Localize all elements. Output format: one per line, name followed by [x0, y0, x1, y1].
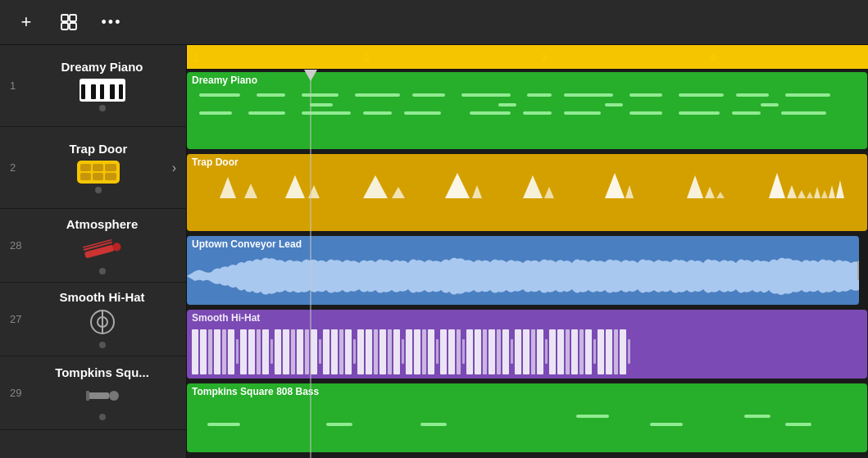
- svg-marker-15: [244, 184, 257, 198]
- svg-marker-32: [807, 192, 813, 198]
- track-info-27: Smooth Hi-Hat: [28, 283, 176, 355]
- track-info-1: Dreamy Piano: [28, 53, 176, 118]
- track-dot-1: [99, 105, 106, 111]
- svg-marker-14: [220, 177, 236, 198]
- track-info-2: Trap Door: [28, 135, 169, 200]
- svg-marker-24: [605, 173, 625, 198]
- timeline-area: 1 2 3 4 Dreamy Piano: [187, 45, 868, 458]
- region-label-hihat: Smooth Hi-Hat: [187, 310, 265, 326]
- main-content: 1 Dreamy Piano: [0, 45, 868, 458]
- svg-marker-20: [445, 173, 470, 198]
- track-info-29: Tompkins Squ...: [28, 359, 176, 427]
- track-dot-28: [99, 268, 106, 274]
- track-name-28: Atmosphere: [66, 217, 139, 231]
- region-row-29: Tompkins Square 808 Bass: [187, 381, 868, 455]
- region-extend-atmosphere[interactable]: [857, 261, 859, 280]
- region-trap-door[interactable]: Trap Door: [187, 154, 867, 231]
- svg-rect-0: [61, 15, 68, 21]
- region-atmosphere[interactable]: Uptown Conveyor Lead // Will be rendered…: [187, 236, 859, 305]
- track-info-28: Atmosphere: [28, 211, 176, 281]
- region-dreamy-piano[interactable]: Dreamy Piano: [187, 72, 867, 149]
- svg-marker-35: [829, 185, 835, 198]
- track-header-28[interactable]: 28 Atmosphere: [0, 209, 186, 283]
- track-num-1: 1: [10, 79, 28, 92]
- track-header-29[interactable]: 29 Tompkins Squ...: [0, 356, 186, 430]
- region-hihat[interactable]: Smooth Hi-Hat: [187, 310, 867, 379]
- svg-rect-13: [86, 391, 89, 401]
- svg-marker-17: [308, 185, 320, 198]
- svg-marker-31: [798, 190, 806, 198]
- track-icon-bass: [84, 384, 120, 410]
- region-label-atmosphere: Uptown Conveyor Lead: [187, 236, 307, 252]
- ruler: 1 2 3 4: [187, 45, 868, 70]
- track-num-27: 27: [10, 313, 28, 325]
- track-header-1[interactable]: 1 Dreamy Piano: [0, 45, 186, 127]
- track-name-27: Smooth Hi-Hat: [59, 290, 144, 304]
- tracks-panel: 1 Dreamy Piano: [0, 45, 187, 458]
- region-row-28: Uptown Conveyor Lead // Will be rendered…: [187, 234, 868, 307]
- svg-marker-27: [705, 187, 715, 198]
- track-num-29: 29: [10, 387, 28, 399]
- svg-rect-2: [61, 23, 68, 29]
- svg-marker-26: [687, 175, 703, 198]
- track-header-2[interactable]: 2 Trap Door ›: [0, 127, 186, 209]
- track-icon-drum: [77, 161, 120, 184]
- svg-marker-30: [787, 185, 797, 198]
- region-row-2: Trap Door: [187, 152, 868, 234]
- region-label-dreamy: Dreamy Piano: [187, 72, 262, 88]
- svg-marker-33: [814, 187, 820, 198]
- group-button[interactable]: [56, 9, 82, 35]
- region-row-1: Dreamy Piano: [187, 70, 868, 152]
- track-arrow-2[interactable]: ›: [172, 161, 176, 175]
- svg-marker-29: [769, 173, 785, 198]
- svg-marker-34: [821, 190, 828, 198]
- track-name-29: Tompkins Squ...: [55, 365, 149, 379]
- more-button[interactable]: •••: [98, 9, 125, 35]
- track-header-27[interactable]: 27 Smooth Hi-Hat: [0, 283, 186, 356]
- regions-container: Dreamy Piano: [187, 70, 868, 458]
- toolbar: + •••: [0, 0, 868, 45]
- track-icon-hihat: [84, 309, 120, 338]
- svg-marker-25: [625, 185, 634, 198]
- track-dot-29: [99, 414, 106, 420]
- track-dot-2: [95, 187, 102, 193]
- svg-rect-1: [70, 15, 76, 21]
- svg-marker-18: [363, 175, 388, 198]
- region-row-27: Smooth Hi-Hat: [187, 307, 868, 381]
- svg-rect-3: [70, 23, 76, 29]
- svg-marker-28: [716, 192, 725, 198]
- track-dot-27: [99, 342, 106, 348]
- region-label-trap: Trap Door: [187, 154, 243, 170]
- region-tompkins[interactable]: Tompkins Square 808 Bass: [187, 383, 867, 452]
- add-button[interactable]: +: [13, 9, 39, 35]
- svg-marker-16: [285, 175, 305, 198]
- region-label-tompkins: Tompkins Square 808 Bass: [187, 383, 324, 400]
- track-num-28: 28: [10, 239, 28, 252]
- svg-marker-23: [544, 187, 554, 198]
- svg-marker-19: [392, 187, 405, 198]
- svg-marker-36: [836, 180, 844, 198]
- track-name-2: Trap Door: [69, 142, 127, 156]
- track-num-2: 2: [10, 161, 28, 174]
- track-icon-synth: [80, 231, 125, 269]
- track-icon-piano: [80, 79, 125, 102]
- svg-marker-21: [472, 185, 482, 198]
- svg-rect-11: [86, 392, 109, 399]
- svg-marker-22: [523, 175, 543, 198]
- track-name-1: Dreamy Piano: [61, 60, 143, 74]
- svg-rect-12: [109, 391, 119, 401]
